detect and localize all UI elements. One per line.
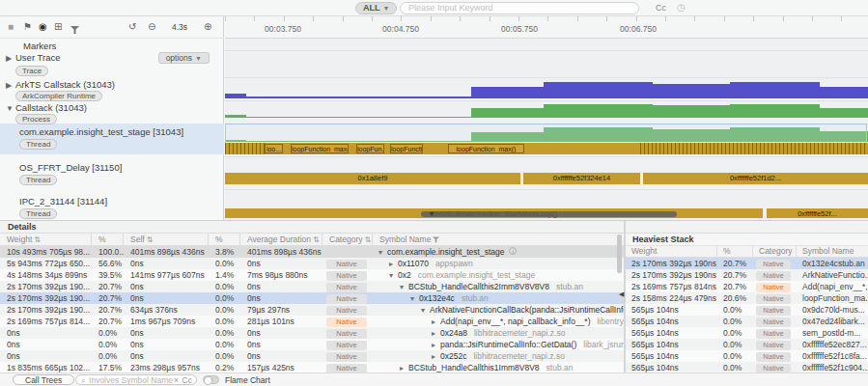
filter-icon[interactable] <box>433 235 439 244</box>
heaviest-stack-row[interactable]: 565µs 104ns0.0%Native0xffffffe52ec827... <box>626 339 868 350</box>
time-ruler[interactable]: 00:03.750 00:04.750 00:05.750 00:06.750 <box>225 16 868 39</box>
chevron-right-icon[interactable]: ▸ <box>432 328 440 339</box>
filter-icon[interactable] <box>70 23 79 37</box>
category-badge: Native <box>326 329 367 339</box>
flame-frame[interactable]: loopFunction_max() <box>448 144 524 153</box>
flame-chart-toggle[interactable] <box>203 375 219 384</box>
details-table-row[interactable]: 10s 493ms 705µs 98...100.0...401ms 898µs… <box>0 246 624 258</box>
splitter-collapse-handle[interactable]: ◀ <box>619 290 624 298</box>
timeline-canvas[interactable]: loo...loopFunction_max()loopFun...loopFu… <box>225 39 868 220</box>
details-table-row[interactable]: 0ns0.0%0ns0.0%0nsNative▸panda::JsiRuntim… <box>0 339 624 350</box>
details-table-row[interactable]: 4s 148ms 34µs 899ns39.5%141ms 977µs 607n… <box>0 269 624 281</box>
column-header-self-pct[interactable]: % <box>209 234 240 245</box>
flame-frame[interactable]: 0xffffffe52f324e14 <box>523 173 640 184</box>
column-header-pct[interactable]: % <box>92 234 124 245</box>
details-table-row[interactable]: 2s 170ms 392µs 190...20.7%0ns0.0%0nsNati… <box>0 292 624 304</box>
track-callstack[interactable]: ▼Callstack (31043) <box>6 102 87 113</box>
symbol-search-input[interactable]: ⌕Involves Symbol Name × Cc <box>75 374 197 385</box>
chevron-right-icon[interactable]: ▸ <box>389 259 398 269</box>
flame-frame[interactable]: 0xffffffe52f1d2... <box>643 173 868 184</box>
chevron-right-icon[interactable]: ▶ <box>6 81 15 90</box>
horizontal-scrollbar[interactable] <box>421 211 677 217</box>
match-case-button[interactable]: Cc <box>182 375 192 385</box>
options-dropdown[interactable]: options▼ <box>158 52 210 64</box>
column-header-weight[interactable]: Weight⇅ <box>0 234 92 245</box>
column-header-symbol[interactable]: Symbol Name <box>373 234 624 245</box>
chevron-right-icon[interactable]: ▸ <box>432 351 440 362</box>
sort-icon: ⇅ <box>34 235 41 244</box>
category-badge: Native <box>326 306 367 316</box>
details-table-row[interactable]: 2s 170ms 392µs 190...20.7%634µs 376ns0.0… <box>0 304 624 316</box>
column-header-category[interactable]: Category <box>753 246 797 257</box>
symbol-name: Add(napi_env__*,... <box>802 282 868 291</box>
flame-frame[interactable]: loopFunction_max() <box>291 144 349 153</box>
flame-frame[interactable]: loopFun... <box>356 144 384 153</box>
track-thread-main[interactable]: com.example.insight_test_stage [31043] <box>19 126 183 137</box>
keyword-search-input[interactable]: Please Input Keyword <box>400 2 639 14</box>
cell: 565µs 104ns <box>626 304 717 316</box>
flame-frame[interactable]: 0x1a8ef9 <box>225 173 520 184</box>
column-header-category[interactable]: Category⇅ <box>322 234 373 245</box>
chevron-down-icon[interactable]: ▾ <box>410 293 419 304</box>
arkts-callstack-activity[interactable] <box>225 82 868 98</box>
track-user-trace[interactable]: ▶User Trace <box>6 52 60 63</box>
callstack-activity[interactable] <box>225 104 868 118</box>
heaviest-stack-row[interactable]: 565µs 104ns0.0%Nativesem_postld-m... <box>626 327 868 339</box>
symbol-search-placeholder: Involves Symbol Name <box>89 375 173 385</box>
chevron-down-icon[interactable]: ▼ <box>6 104 15 113</box>
column-header-pct[interactable]: % <box>717 246 753 257</box>
chevron-down-icon[interactable]: ▾ <box>421 305 430 316</box>
chevron-down-icon[interactable]: ▾ <box>378 247 387 258</box>
ruler-label: 00:04.750 <box>382 24 419 34</box>
column-header-symbol[interactable]: Symbol Name <box>797 246 868 257</box>
chevron-down-icon[interactable]: ▾ <box>389 270 398 281</box>
scope-filter-dropdown[interactable]: ALL▼ <box>355 2 397 14</box>
heaviest-stack-row[interactable]: 565µs 104ns0.0%Native0x9dc70ld-mus... <box>626 304 868 316</box>
capture-icon[interactable]: ⊞ <box>54 20 62 34</box>
flame-strip-thread[interactable]: loo...loopFunction_max()loopFun...loopFu… <box>225 143 868 154</box>
library-name: ld-m... <box>838 328 861 338</box>
flame-frame[interactable]: 0xffffffe52f... <box>767 208 868 218</box>
flame-strip-ffrt[interactable]: 0x1a8ef90xffffffe52f324e140xffffffe52f1d… <box>225 173 868 184</box>
cell: 0ns <box>124 258 209 269</box>
zoom-in-icon[interactable]: ⊕ <box>204 20 211 34</box>
history-icon[interactable]: ◷ <box>677 2 686 13</box>
heaviest-stack-row[interactable]: 2s 170ms 392µs 190ns20.7%Native0x132e4cs… <box>626 258 868 269</box>
details-table-row[interactable]: 2s 170ms 392µs 190...20.7%0ns0.0%0nsNati… <box>0 281 624 292</box>
flame-frame[interactable]: loopFuncti... <box>390 144 423 153</box>
details-table-row[interactable]: 0ns0.0%0ns0.0%0nsNative▸0x252clibhitrace… <box>0 350 624 362</box>
details-table-row[interactable]: 0ns0.0%0ns0.0%0nsNative▸0x24a8libhitrace… <box>0 327 624 339</box>
heaviest-stack-row[interactable]: 565µs 104ns0.0%Native0x47ed24libark... <box>626 316 868 327</box>
chevron-right-icon[interactable]: ▸ <box>432 340 440 350</box>
zoom-out-icon[interactable]: ⊖ <box>148 20 155 34</box>
chevron-down-icon[interactable]: ▾ <box>400 282 408 292</box>
heaviest-stack-row[interactable]: 2s 158ms 224µs 479ns20.6%NativeloopFunct… <box>626 292 868 304</box>
reset-zoom-icon[interactable]: ↺ <box>128 20 136 34</box>
heaviest-stack-row[interactable]: 2s 169ms 757µs 814ns20.7%NativeAdd(napi_… <box>626 281 868 292</box>
match-case-button[interactable]: Cc <box>656 3 666 13</box>
track-thread-ffrt[interactable]: OS_FFRT_Delay [31150] <box>19 162 122 173</box>
column-header-self[interactable]: Self⇅ <box>124 234 209 245</box>
flag-icon[interactable]: ⚑ <box>23 20 32 34</box>
heaviest-stack-row[interactable]: 565µs 104ns0.0%Native0xffffffe52f1c8fa..… <box>626 350 868 362</box>
track-arkts-callstack[interactable]: ▶ArkTS Callstack (31043) <box>6 79 115 90</box>
collapse-chevron-icon[interactable]: ▾ <box>430 209 434 218</box>
column-header-avg[interactable]: Average Duration⇅ <box>240 234 322 245</box>
heaviest-table-header: Weight % Category Symbol Name <box>626 246 868 258</box>
clear-icon[interactable]: × <box>174 375 179 385</box>
track-thread-ipc[interactable]: IPC_2_31144 [31144] <box>19 196 107 207</box>
flame-frame[interactable]: loo... <box>265 144 283 153</box>
details-table-row[interactable]: 5s 943ms 772µs 650...56.6%0ns0.0%0nsNati… <box>0 258 624 269</box>
cell: 2s 170ms 392µs 190... <box>0 292 92 304</box>
stop-icon[interactable]: ■ <box>8 20 14 34</box>
record-icon[interactable]: ◉ <box>39 20 47 34</box>
track-markers[interactable]: Markers <box>23 41 56 51</box>
symbol-cell: 0x9dc70ld-mus... <box>797 304 868 316</box>
chevron-right-icon[interactable]: ▶ <box>6 54 15 63</box>
chevron-right-icon[interactable]: ▸ <box>432 317 440 327</box>
column-header-weight[interactable]: Weight <box>626 246 717 257</box>
details-table-row[interactable]: 2s 169ms 757µs 814...20.7%1ms 967µs 709n… <box>0 316 624 327</box>
heaviest-stack-row[interactable]: 2s 170ms 392µs 190ns20.7%NativeArkNative… <box>626 269 868 281</box>
vertical-scrollbar[interactable] <box>617 234 622 273</box>
call-trees-button[interactable]: Call Trees <box>13 374 74 385</box>
